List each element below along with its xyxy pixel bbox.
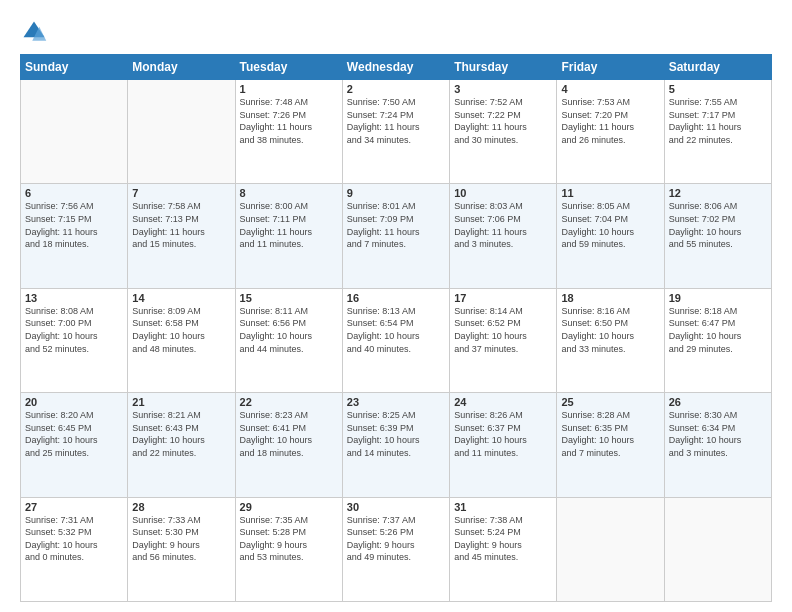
calendar-cell: 20Sunrise: 8:20 AM Sunset: 6:45 PM Dayli… [21, 393, 128, 497]
weekday-header: Tuesday [235, 55, 342, 80]
day-number: 30 [347, 501, 445, 513]
day-number: 22 [240, 396, 338, 408]
calendar-cell: 15Sunrise: 8:11 AM Sunset: 6:56 PM Dayli… [235, 288, 342, 392]
weekday-row: SundayMondayTuesdayWednesdayThursdayFrid… [21, 55, 772, 80]
calendar-cell: 7Sunrise: 7:58 AM Sunset: 7:13 PM Daylig… [128, 184, 235, 288]
day-number: 4 [561, 83, 659, 95]
calendar-cell: 4Sunrise: 7:53 AM Sunset: 7:20 PM Daylig… [557, 80, 664, 184]
day-info: Sunrise: 8:00 AM Sunset: 7:11 PM Dayligh… [240, 200, 338, 250]
calendar-cell [664, 497, 771, 601]
calendar-week-row: 13Sunrise: 8:08 AM Sunset: 7:00 PM Dayli… [21, 288, 772, 392]
day-number: 18 [561, 292, 659, 304]
day-number: 12 [669, 187, 767, 199]
calendar-cell: 23Sunrise: 8:25 AM Sunset: 6:39 PM Dayli… [342, 393, 449, 497]
header [20, 18, 772, 46]
day-number: 8 [240, 187, 338, 199]
day-number: 3 [454, 83, 552, 95]
day-number: 20 [25, 396, 123, 408]
day-number: 1 [240, 83, 338, 95]
day-number: 27 [25, 501, 123, 513]
day-number: 5 [669, 83, 767, 95]
calendar-cell: 30Sunrise: 7:37 AM Sunset: 5:26 PM Dayli… [342, 497, 449, 601]
calendar-cell: 19Sunrise: 8:18 AM Sunset: 6:47 PM Dayli… [664, 288, 771, 392]
calendar-week-row: 1Sunrise: 7:48 AM Sunset: 7:26 PM Daylig… [21, 80, 772, 184]
day-number: 2 [347, 83, 445, 95]
calendar-cell: 1Sunrise: 7:48 AM Sunset: 7:26 PM Daylig… [235, 80, 342, 184]
calendar-cell: 26Sunrise: 8:30 AM Sunset: 6:34 PM Dayli… [664, 393, 771, 497]
calendar-cell [557, 497, 664, 601]
logo-icon [20, 18, 48, 46]
day-info: Sunrise: 7:37 AM Sunset: 5:26 PM Dayligh… [347, 514, 445, 564]
day-number: 21 [132, 396, 230, 408]
weekday-header: Wednesday [342, 55, 449, 80]
day-number: 15 [240, 292, 338, 304]
day-info: Sunrise: 8:18 AM Sunset: 6:47 PM Dayligh… [669, 305, 767, 355]
day-number: 7 [132, 187, 230, 199]
day-info: Sunrise: 8:08 AM Sunset: 7:00 PM Dayligh… [25, 305, 123, 355]
calendar-week-row: 6Sunrise: 7:56 AM Sunset: 7:15 PM Daylig… [21, 184, 772, 288]
day-info: Sunrise: 7:38 AM Sunset: 5:24 PM Dayligh… [454, 514, 552, 564]
day-info: Sunrise: 7:33 AM Sunset: 5:30 PM Dayligh… [132, 514, 230, 564]
calendar-cell: 14Sunrise: 8:09 AM Sunset: 6:58 PM Dayli… [128, 288, 235, 392]
day-info: Sunrise: 8:21 AM Sunset: 6:43 PM Dayligh… [132, 409, 230, 459]
day-number: 16 [347, 292, 445, 304]
calendar-cell: 22Sunrise: 8:23 AM Sunset: 6:41 PM Dayli… [235, 393, 342, 497]
day-info: Sunrise: 8:09 AM Sunset: 6:58 PM Dayligh… [132, 305, 230, 355]
day-info: Sunrise: 7:56 AM Sunset: 7:15 PM Dayligh… [25, 200, 123, 250]
day-info: Sunrise: 8:03 AM Sunset: 7:06 PM Dayligh… [454, 200, 552, 250]
calendar-cell: 13Sunrise: 8:08 AM Sunset: 7:00 PM Dayli… [21, 288, 128, 392]
day-info: Sunrise: 8:30 AM Sunset: 6:34 PM Dayligh… [669, 409, 767, 459]
day-number: 29 [240, 501, 338, 513]
weekday-header: Friday [557, 55, 664, 80]
day-info: Sunrise: 8:26 AM Sunset: 6:37 PM Dayligh… [454, 409, 552, 459]
calendar-cell: 21Sunrise: 8:21 AM Sunset: 6:43 PM Dayli… [128, 393, 235, 497]
day-number: 10 [454, 187, 552, 199]
day-info: Sunrise: 8:14 AM Sunset: 6:52 PM Dayligh… [454, 305, 552, 355]
calendar-cell: 17Sunrise: 8:14 AM Sunset: 6:52 PM Dayli… [450, 288, 557, 392]
calendar-cell: 28Sunrise: 7:33 AM Sunset: 5:30 PM Dayli… [128, 497, 235, 601]
calendar-cell: 2Sunrise: 7:50 AM Sunset: 7:24 PM Daylig… [342, 80, 449, 184]
weekday-header: Thursday [450, 55, 557, 80]
calendar-week-row: 20Sunrise: 8:20 AM Sunset: 6:45 PM Dayli… [21, 393, 772, 497]
day-info: Sunrise: 8:13 AM Sunset: 6:54 PM Dayligh… [347, 305, 445, 355]
day-number: 6 [25, 187, 123, 199]
day-info: Sunrise: 8:16 AM Sunset: 6:50 PM Dayligh… [561, 305, 659, 355]
calendar-cell: 3Sunrise: 7:52 AM Sunset: 7:22 PM Daylig… [450, 80, 557, 184]
day-number: 23 [347, 396, 445, 408]
day-number: 11 [561, 187, 659, 199]
day-info: Sunrise: 7:48 AM Sunset: 7:26 PM Dayligh… [240, 96, 338, 146]
day-number: 24 [454, 396, 552, 408]
day-info: Sunrise: 7:50 AM Sunset: 7:24 PM Dayligh… [347, 96, 445, 146]
weekday-header: Sunday [21, 55, 128, 80]
calendar-cell: 18Sunrise: 8:16 AM Sunset: 6:50 PM Dayli… [557, 288, 664, 392]
day-info: Sunrise: 8:23 AM Sunset: 6:41 PM Dayligh… [240, 409, 338, 459]
calendar-cell: 29Sunrise: 7:35 AM Sunset: 5:28 PM Dayli… [235, 497, 342, 601]
calendar-cell: 25Sunrise: 8:28 AM Sunset: 6:35 PM Dayli… [557, 393, 664, 497]
day-info: Sunrise: 8:05 AM Sunset: 7:04 PM Dayligh… [561, 200, 659, 250]
calendar-cell: 11Sunrise: 8:05 AM Sunset: 7:04 PM Dayli… [557, 184, 664, 288]
day-number: 19 [669, 292, 767, 304]
calendar-header: SundayMondayTuesdayWednesdayThursdayFrid… [21, 55, 772, 80]
calendar-cell: 5Sunrise: 7:55 AM Sunset: 7:17 PM Daylig… [664, 80, 771, 184]
day-info: Sunrise: 8:11 AM Sunset: 6:56 PM Dayligh… [240, 305, 338, 355]
day-info: Sunrise: 8:01 AM Sunset: 7:09 PM Dayligh… [347, 200, 445, 250]
day-info: Sunrise: 8:20 AM Sunset: 6:45 PM Dayligh… [25, 409, 123, 459]
day-number: 9 [347, 187, 445, 199]
day-number: 13 [25, 292, 123, 304]
calendar-cell [128, 80, 235, 184]
day-info: Sunrise: 8:25 AM Sunset: 6:39 PM Dayligh… [347, 409, 445, 459]
calendar-cell [21, 80, 128, 184]
day-info: Sunrise: 7:52 AM Sunset: 7:22 PM Dayligh… [454, 96, 552, 146]
day-number: 28 [132, 501, 230, 513]
day-info: Sunrise: 7:53 AM Sunset: 7:20 PM Dayligh… [561, 96, 659, 146]
calendar-cell: 8Sunrise: 8:00 AM Sunset: 7:11 PM Daylig… [235, 184, 342, 288]
day-info: Sunrise: 7:55 AM Sunset: 7:17 PM Dayligh… [669, 96, 767, 146]
weekday-header: Saturday [664, 55, 771, 80]
calendar-cell: 31Sunrise: 7:38 AM Sunset: 5:24 PM Dayli… [450, 497, 557, 601]
day-info: Sunrise: 8:06 AM Sunset: 7:02 PM Dayligh… [669, 200, 767, 250]
day-info: Sunrise: 7:58 AM Sunset: 7:13 PM Dayligh… [132, 200, 230, 250]
day-number: 14 [132, 292, 230, 304]
calendar-cell: 24Sunrise: 8:26 AM Sunset: 6:37 PM Dayli… [450, 393, 557, 497]
calendar-table: SundayMondayTuesdayWednesdayThursdayFrid… [20, 54, 772, 602]
calendar-cell: 27Sunrise: 7:31 AM Sunset: 5:32 PM Dayli… [21, 497, 128, 601]
